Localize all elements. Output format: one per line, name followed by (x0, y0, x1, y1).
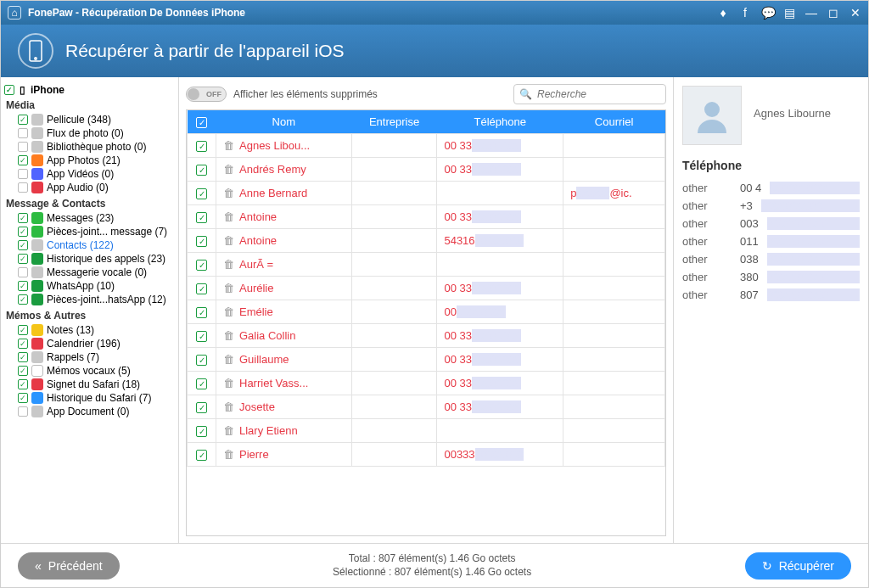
minimize-icon[interactable]: — (805, 6, 817, 20)
table-row[interactable]: ✓🗑Agnes Libou...00 3300000000 (188, 134, 665, 158)
table-row[interactable]: ✓🗑Galia Collin00 3300000000 (188, 324, 665, 348)
phone-prefix: 807 (740, 288, 759, 301)
sidebar-item[interactable]: ✓Messagerie vocale (0) (4, 266, 175, 279)
item-checkbox[interactable]: ✓ (18, 155, 28, 165)
item-checkbox[interactable]: ✓ (18, 142, 28, 152)
contacts-table-wrap[interactable]: ✓ Nom Entreprise Téléphone Courriel ✓🗑Ag… (186, 109, 666, 536)
row-checkbox-cell[interactable]: ✓ (188, 324, 216, 348)
item-checkbox[interactable]: ✓ (18, 169, 28, 179)
item-checkbox[interactable]: ✓ (18, 379, 28, 389)
row-checkbox-cell[interactable]: ✓ (188, 205, 216, 229)
row-checkbox-cell[interactable]: ✓ (188, 277, 216, 300)
row-checkbox-cell[interactable]: ✓ (188, 253, 216, 277)
sidebar-item[interactable]: ✓Flux de photo (0) (4, 126, 175, 140)
table-row[interactable]: ✓🗑Llary Etienn (188, 419, 665, 443)
table-row[interactable]: ✓🗑Antoine00 3300000000 (188, 205, 665, 229)
sidebar-item[interactable]: ✓Pièces-joint... message (7) (4, 225, 175, 238)
device-checkbox[interactable]: ✓ (4, 85, 14, 95)
table-row[interactable]: ✓🗑Emélie0000000000 (188, 300, 665, 324)
row-checkbox-cell[interactable]: ✓ (188, 419, 216, 443)
sidebar-section-header: Mémos & Autres (6, 310, 175, 322)
item-checkbox[interactable]: ✓ (18, 227, 28, 237)
sidebar-item[interactable]: ✓App Audio (0) (4, 181, 175, 194)
table-row[interactable]: ✓🗑Andrés Remy00 3300000000 (188, 158, 665, 182)
item-checkbox[interactable]: ✓ (18, 281, 28, 291)
sidebar-item[interactable]: ✓Notes (13) (4, 323, 175, 337)
item-checkbox[interactable]: ✓ (18, 339, 28, 349)
sidebar-item[interactable]: ✓Historique du Safari (7) (4, 391, 175, 405)
sidebar-item[interactable]: ✓WhatsApp (10) (4, 279, 175, 293)
row-checkbox-cell[interactable]: ✓ (188, 300, 216, 324)
sidebar-item[interactable]: ✓Pellicule (348) (4, 113, 175, 126)
row-checkbox-cell[interactable]: ✓ (188, 443, 216, 467)
table-row[interactable]: ✓🗑Guillaume00 3300000000 (188, 348, 665, 372)
sidebar-item[interactable]: ✓App Vidéos (0) (4, 167, 175, 181)
item-checkbox[interactable]: ✓ (18, 366, 28, 376)
deleted-toggle[interactable]: OFF Afficher les éléments supprimés (186, 87, 378, 102)
feedback-icon[interactable]: ▤ (783, 6, 795, 20)
table-row[interactable]: ✓🗑Aurélie00 3300000000 (188, 277, 665, 300)
cell-name: 🗑Antoine (216, 205, 352, 229)
item-checkbox[interactable]: ✓ (18, 240, 28, 250)
phone-prefix: 00 4 (740, 182, 761, 194)
recover-button[interactable]: ↻ Récupérer (745, 552, 851, 580)
item-label: WhatsApp (10) (47, 280, 115, 292)
row-checkbox-cell[interactable]: ✓ (188, 348, 216, 372)
sidebar-item[interactable]: ✓App Document (0) (4, 405, 175, 418)
sidebar-item[interactable]: ✓Rappels (7) (4, 350, 175, 364)
sidebar-item[interactable]: ✓App Photos (21) (4, 154, 175, 167)
item-checkbox[interactable]: ✓ (18, 294, 28, 305)
sidebar-item[interactable]: ✓Mémos vocaux (5) (4, 364, 175, 378)
col-company[interactable]: Entreprise (351, 110, 437, 134)
home-icon[interactable] (8, 6, 21, 20)
item-checkbox[interactable]: ✓ (18, 406, 28, 417)
table-row[interactable]: ✓🗑AurÃ = (188, 253, 665, 277)
table-row[interactable]: ✓🗑Harriet Vass...00 3300000000 (188, 372, 665, 395)
item-checkbox[interactable]: ✓ (18, 267, 28, 277)
item-checkbox[interactable]: ✓ (18, 115, 28, 125)
row-checkbox-cell[interactable]: ✓ (188, 158, 216, 182)
prev-button[interactable]: « Précédent (18, 552, 120, 580)
sidebar-item[interactable]: ✓Signet du Safari (18) (4, 378, 175, 391)
maximize-icon[interactable]: ◻ (827, 6, 839, 20)
col-name[interactable]: Nom (216, 110, 352, 134)
row-checkbox-cell[interactable]: ✓ (188, 372, 216, 395)
table-row[interactable]: ✓🗑Pierre0033300000000 (188, 443, 665, 467)
row-checkbox-cell[interactable]: ✓ (188, 182, 216, 205)
chat-icon[interactable]: 💬 (761, 6, 773, 20)
item-checkbox[interactable]: ✓ (18, 128, 28, 138)
col-email[interactable]: Courriel (563, 110, 665, 134)
device-row[interactable]: ✓ ▯ iPhone (4, 84, 175, 96)
item-checkbox[interactable]: ✓ (18, 213, 28, 223)
sidebar-item[interactable]: ✓Bibliothèque photo (0) (4, 140, 175, 154)
cell-name: 🗑AurÃ = (216, 253, 352, 277)
cell-email (563, 253, 665, 277)
item-checkbox[interactable]: ✓ (18, 182, 28, 193)
table-row[interactable]: ✓🗑Anne Bernardpxxxxxx@ic. (188, 182, 665, 205)
toggle-switch[interactable]: OFF (186, 87, 227, 102)
col-phone[interactable]: Téléphone (437, 110, 563, 134)
facebook-icon[interactable]: f (739, 6, 751, 20)
table-row[interactable]: ✓🗑Josette00 3300000000 (188, 395, 665, 419)
item-checkbox[interactable]: ✓ (18, 393, 28, 403)
sidebar-item[interactable]: ✓Contacts (122) (4, 238, 175, 252)
item-checkbox[interactable]: ✓ (18, 254, 28, 264)
cell-email (563, 372, 665, 395)
row-checkbox-cell[interactable]: ✓ (188, 229, 216, 253)
sidebar-item[interactable]: ✓Historique des appels (23) (4, 252, 175, 266)
diamond-icon[interactable]: ♦ (717, 6, 729, 20)
sidebar-item[interactable]: ✓Messages (23) (4, 211, 175, 225)
trash-icon: 🗑 (223, 377, 234, 389)
item-checkbox[interactable]: ✓ (18, 352, 28, 362)
close-icon[interactable]: ✕ (849, 6, 861, 20)
table-row[interactable]: ✓🗑Antoine5431600000000 (188, 229, 665, 253)
item-checkbox[interactable]: ✓ (18, 325, 28, 335)
sidebar-item[interactable]: ✓Calendrier (196) (4, 337, 175, 350)
cell-email (563, 348, 665, 372)
col-check[interactable]: ✓ (188, 110, 216, 134)
row-checkbox-cell[interactable]: ✓ (188, 134, 216, 158)
search-input[interactable] (537, 88, 665, 100)
sidebar-item[interactable]: ✓Pièces-joint...hatsApp (12) (4, 293, 175, 306)
row-checkbox-cell[interactable]: ✓ (188, 395, 216, 419)
search-box[interactable]: 🔍 (513, 84, 666, 104)
